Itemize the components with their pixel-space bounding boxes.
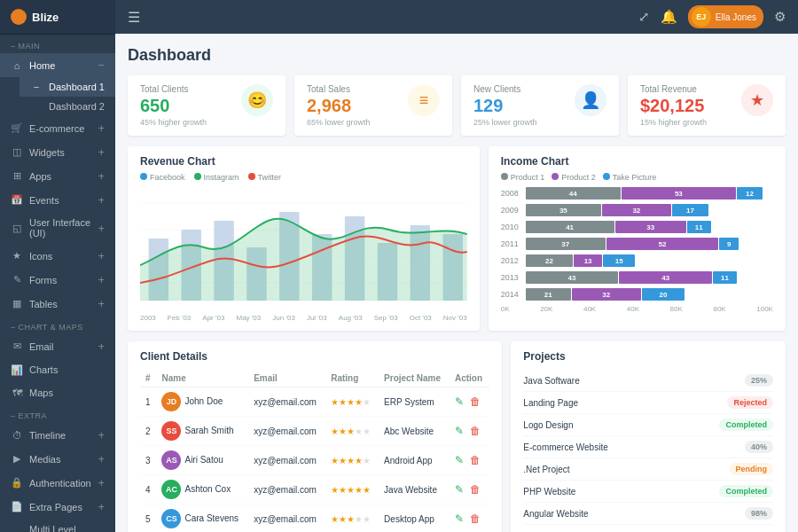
income-bar-p2: 32 <box>602 204 671 216</box>
income-row: 2008 44 53 12 <box>501 187 773 200</box>
income-year-label: 2014 <box>501 290 526 299</box>
sidebar-item-ui[interactable]: ◱ User Interface (UI) + <box>0 212 115 244</box>
income-bar-group: 21 32 20 <box>526 288 773 301</box>
project-badge: Pending <box>730 463 774 475</box>
sidebar-item-dashboard2[interactable]: Dashboard 2 <box>20 97 115 116</box>
income-bar-p2: 43 <box>619 271 712 284</box>
edit-button[interactable]: ✎ <box>455 395 464 408</box>
income-bar-tp: 12 <box>737 187 763 200</box>
star: ★ <box>363 397 371 407</box>
sidebar-label-forms: Forms <box>29 275 57 286</box>
legend-dot-tp <box>603 173 610 180</box>
edit-button[interactable]: ✎ <box>455 483 464 496</box>
edit-button[interactable]: ✎ <box>455 512 464 525</box>
fullscreen-icon[interactable]: ⤢ <box>638 9 650 25</box>
edit-button[interactable]: ✎ <box>455 425 464 437</box>
sidebar-logo[interactable]: Blize <box>0 0 115 35</box>
avatar: SS <box>161 421 181 441</box>
sidebar-item-ecommerce[interactable]: 🛒 E-commerce + <box>0 116 115 140</box>
income-bar-p1: 35 <box>526 204 601 216</box>
sidebar-label-timeline: Timeline <box>29 430 66 441</box>
income-bar-group: 44 53 12 <box>526 187 773 200</box>
star: ★ <box>355 426 363 436</box>
sidebar-item-events[interactable]: 📅 Events + <box>0 188 115 212</box>
edit-button[interactable]: ✎ <box>455 454 464 466</box>
sidebar-item-charts[interactable]: 📊 Charts <box>0 358 115 381</box>
income-row: 2009 35 32 17 <box>501 204 773 216</box>
sidebar-item-apps[interactable]: ⊞ Apps + <box>0 164 115 188</box>
income-year-label: 2010 <box>501 223 526 231</box>
sidebar-section-chart: – Chart & Maps <box>0 316 115 334</box>
income-chart-title: Income Chart <box>501 155 773 168</box>
plus-icon-auth: + <box>98 476 105 489</box>
star: ★ <box>339 397 347 407</box>
kpi-row: 😊 Total Clients 650 45% higher growth ≡ … <box>128 75 786 136</box>
income-row: 2013 43 43 11 <box>501 271 773 284</box>
project-badge: Completed <box>719 419 773 431</box>
legend-dot-p1 <box>501 173 508 180</box>
hamburger-button[interactable]: ☰ <box>128 9 140 26</box>
delete-button[interactable]: 🗑 <box>470 483 481 496</box>
income-bar-group: 37 52 9 <box>526 238 773 250</box>
col-email: Email <box>248 370 325 387</box>
tables-icon: ▦ <box>11 298 23 310</box>
sidebar-item-multilevel[interactable]: ≡ Multi Level Menu + <box>0 519 115 532</box>
user-badge[interactable]: EJ Ella Jones <box>688 5 763 28</box>
sidebar-label-tables: Tables <box>29 299 58 309</box>
sidebar-label-multilevel: Multi Level Menu <box>29 524 98 532</box>
delete-button[interactable]: 🗑 <box>470 425 481 437</box>
sidebar-label-charts: Charts <box>29 364 58 375</box>
sidebar-label-extra: Extra Pages <box>29 502 82 512</box>
cell-action: ✎ 🗑 <box>450 387 489 417</box>
revenue-chart-legend: Facebook Instagram Twitter <box>140 173 467 182</box>
sidebar-item-maps[interactable]: 🗺 Maps <box>0 381 115 404</box>
cell-project: Desktop App <box>379 505 450 533</box>
sidebar-item-dashboard1[interactable]: − Dashboard 1 <box>20 77 115 97</box>
star: ★ <box>355 485 363 495</box>
delete-button[interactable]: 🗑 <box>470 395 481 408</box>
sidebar-item-email[interactable]: ✉ Email + <box>0 334 115 358</box>
table-row: 1 JDJohn Doe xyz@email.com ★★★★★ ERP Sys… <box>140 387 489 417</box>
sidebar-item-extra[interactable]: 📄 Extra Pages + <box>0 495 115 519</box>
sidebar-item-medias[interactable]: ▶ Medias + <box>0 447 115 471</box>
project-row: Logo Design Completed <box>523 414 773 436</box>
cell-action: ✎ 🗑 <box>450 505 489 533</box>
cell-num: 4 <box>140 475 156 505</box>
sidebar-label-ui: User Interface (UI) <box>29 217 98 239</box>
revenue-chart-card: Revenue Chart Facebook Instagram Twitter <box>128 146 480 331</box>
plus-icon-icons: + <box>98 249 105 262</box>
project-row: PHP Website Completed <box>523 481 773 503</box>
sidebar-label-maps: Maps <box>29 387 53 398</box>
delete-button[interactable]: 🗑 <box>470 512 481 525</box>
income-bar-p2: 53 <box>622 187 736 200</box>
settings-icon[interactable]: ⚙ <box>774 9 786 25</box>
table-row: 5 CSCara Stevens xyz@email.com ★★★★★ Des… <box>140 505 489 533</box>
income-bar-p2: 13 <box>574 254 602 267</box>
projects-title: Projects <box>523 350 773 363</box>
income-bar-p2: 33 <box>615 221 686 233</box>
sidebar-item-tables[interactable]: ▦ Tables + <box>0 292 115 316</box>
cell-email: xyz@email.com <box>248 446 325 475</box>
sidebar-item-forms[interactable]: ✎ Forms + <box>0 268 115 292</box>
sidebar-item-timeline[interactable]: ⏱ Timeline + <box>0 423 115 447</box>
star: ★ <box>331 456 339 466</box>
sidebar-label-auth: Authentication <box>29 478 91 489</box>
legend-dot-twitter <box>248 173 255 180</box>
apps-icon: ⊞ <box>11 170 23 183</box>
sidebar-item-home[interactable]: ⌂ Home − <box>0 53 115 77</box>
minus-icon: − <box>98 59 105 72</box>
sidebar-item-auth[interactable]: 🔒 Authentication + <box>0 471 115 495</box>
income-year-label: 2008 <box>501 189 526 198</box>
income-year-label: 2013 <box>501 273 526 282</box>
email-icon: ✉ <box>11 340 23 353</box>
sidebar-item-icons[interactable]: ★ Icons + <box>0 244 115 268</box>
forms-icon: ✎ <box>11 274 23 286</box>
home-icon: ⌂ <box>11 59 23 72</box>
notification-icon[interactable]: 🔔 <box>661 9 677 25</box>
cell-name: CSCara Stevens <box>156 505 248 533</box>
sidebar-item-widgets[interactable]: ◫ Widgets + <box>0 140 115 164</box>
delete-button[interactable]: 🗑 <box>470 454 481 466</box>
app-name: Blize <box>32 11 59 24</box>
income-bar-p1: 22 <box>526 254 574 267</box>
plus-icon-forms: + <box>98 273 105 286</box>
